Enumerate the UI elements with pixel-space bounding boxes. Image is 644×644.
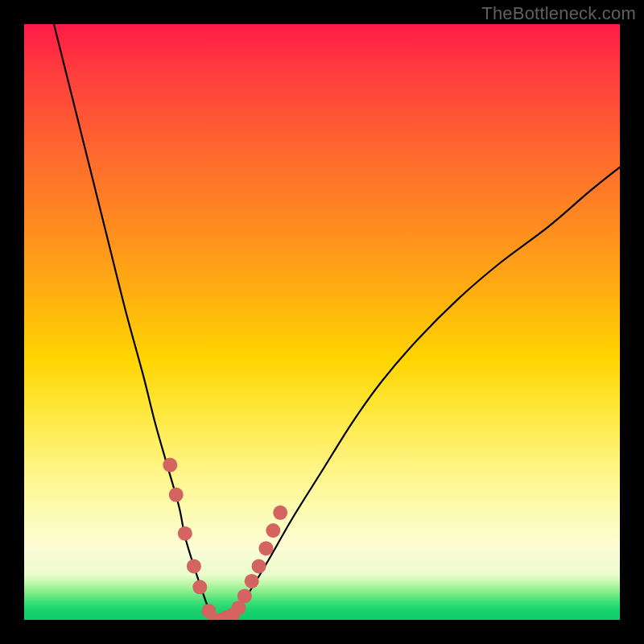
dot-marker [266, 523, 280, 538]
dot-marker [245, 574, 259, 588]
chart-area [24, 24, 620, 620]
dot-cluster [163, 458, 287, 620]
dot-marker [178, 526, 192, 541]
watermark-text: TheBottleneck.com [481, 3, 636, 24]
dot-marker [273, 506, 287, 520]
dot-marker [192, 580, 207, 594]
dot-marker [252, 559, 266, 573]
bottleneck-curve [54, 24, 620, 620]
dot-marker [163, 458, 177, 473]
curve-svg [24, 24, 620, 620]
dot-marker [237, 588, 252, 603]
dot-marker [187, 559, 201, 573]
dot-marker [169, 488, 184, 502]
dot-marker [258, 541, 273, 555]
